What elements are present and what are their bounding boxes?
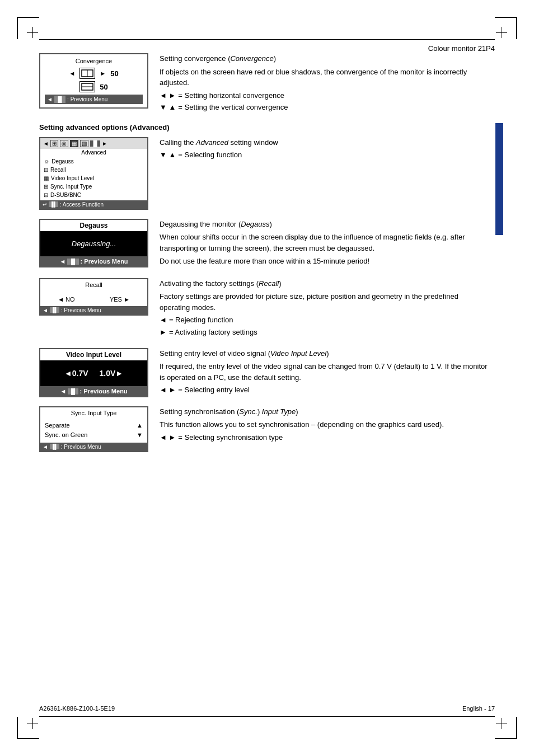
header-bar: Colour monitor 21P4 (39, 39, 495, 53)
degauss-screen-col: Degauss Degaussing... ◄ ▐▌ : Previous Me… (39, 219, 148, 267)
adv-item-icon-4: ⊞ (44, 182, 48, 191)
convergence-screen: Convergence ◄ ► 50 (39, 53, 148, 109)
degauss-screen-content: Degaussing... (40, 231, 147, 256)
degauss-screen-title: Degauss (40, 220, 147, 231)
adv-menu-list: ☺ Degauss ⊟ Recall ▦ Video Input Level (40, 156, 147, 200)
conv-row-horizontal: ◄ ► 50 (45, 68, 143, 79)
degauss-text-col: Degaussing the monitor (Degauss) When co… (160, 219, 489, 269)
recall-bullet-arrow-1: ◄ (160, 315, 167, 325)
convergence-heading: Setting convergence (Convergence) (160, 53, 489, 64)
sync-screen-col: Sync. Input Type Separate ▲ Sync. on Gre… (39, 406, 148, 452)
convergence-value2: 50 (100, 83, 107, 91)
conv-row-vertical: 50 (45, 81, 143, 92)
recall-no: ◄ NO (58, 296, 74, 303)
reg-mark-bl (27, 718, 38, 729)
sync-item-text-1: Separate (45, 421, 70, 431)
vil-screen-mockup: Video Input Level ◄0.7V 1.0V► ◄ ▐▌ : Pre… (39, 348, 148, 397)
conv-v-icon (79, 81, 95, 92)
sync-bullet-text-1: = Selecting synchronisation type (178, 433, 283, 443)
adv-item-recall: ⊟ Recall (44, 166, 144, 174)
vil-text-col: Setting entry level of video signal (Vid… (160, 348, 489, 397)
sync-italic2: Input Type (262, 407, 296, 416)
sync-screen-bottom: ◄ ▐▌ : Previous Menu (40, 443, 147, 451)
footer-bar: A26361-K886-Z100-1-5E19 English - 17 (39, 705, 495, 717)
recall-yes: YES ► (110, 296, 130, 303)
adv-bottom-arrow: ↵ (43, 201, 47, 208)
vil-italic: Video Input Level (270, 349, 326, 358)
prev-menu-icon: ◄ (47, 96, 53, 102)
vil-screen-col: Video Input Level ◄0.7V 1.0V► ◄ ▐▌ : Pre… (39, 348, 148, 397)
vil-bottom-icon: ▐▌ (68, 388, 78, 395)
conv-h-icon (79, 68, 95, 79)
advanced-text-col: Calling the Advanced setting window ▼ ▲ … (160, 137, 489, 162)
degauss-screen-bottom: ◄ ▐▌ : Previous Menu (40, 256, 147, 266)
adv-icon-5: ▐▌ (90, 140, 100, 147)
adv-bottom-text: : Access Function (60, 201, 104, 208)
recall-screen-mockup: Recall ◄ NO YES ► ◄ ▐▌ : Previous Menu (39, 278, 148, 316)
advanced-screen-col: ◄ ⊞ ◎ ▦ ▧ ▐▌ ► Advanced ☺ Degauss (39, 137, 148, 210)
vil-screen-title: Video Input Level (40, 349, 147, 360)
adv-icon-4: ▧ (80, 140, 88, 147)
prev-menu-text: : Previous Menu (67, 96, 107, 102)
degauss-bottom-arrow: ◄ (59, 258, 65, 265)
vil-desc: If required, the entry level of the vide… (160, 361, 489, 383)
adv-italic: Advanced (196, 138, 228, 147)
adv-forward-arrow: ► (102, 140, 107, 147)
convergence-desc: If objects on the screen have red or blu… (160, 67, 489, 88)
sync-bullet-arrow-1: ◄ ► (160, 433, 176, 443)
convergence-bullet-1: ◄ ► = Setting horizontal convergence (160, 91, 489, 101)
recall-bullet-text-1: = Rejecting function (169, 315, 233, 325)
degauss-screen-mockup: Degauss Degaussing... ◄ ▐▌ : Previous Me… (39, 219, 148, 267)
sync-heading: Setting synchronisation (Sync.) Input Ty… (160, 406, 489, 417)
recall-screen-bottom: ◄ ▐▌ : Previous Menu (40, 306, 147, 314)
main-content: Convergence ◄ ► 50 (39, 53, 489, 506)
recall-bottom-icon: ▐▌ (50, 307, 59, 313)
adv-item-icon-2: ⊟ (44, 166, 48, 174)
footer-left: A26361-K886-Z100-1-5E19 (39, 705, 115, 712)
sync-text-col: Setting synchronisation (Sync.) Input Ty… (160, 406, 489, 444)
vil-bullet-arrow-1: ◄ ► (160, 385, 176, 395)
reg-mark-tr (496, 27, 507, 38)
vil-section: Video Input Level ◄0.7V 1.0V► ◄ ▐▌ : Pre… (39, 348, 489, 397)
adv-bullet-text-1: = Selecting function (178, 150, 242, 160)
adv-item-vil: ▦ Video Input Level (44, 174, 144, 182)
sync-bottom-icon: ▐▌ (50, 444, 59, 449)
sync-bottom-text: : Previous Menu (61, 444, 101, 450)
adv-bottom-icon: ▐▌ (49, 201, 58, 207)
adv-item-text-3: Video Input Level (51, 174, 94, 182)
recall-heading: Activating the factory settings (Recall) (160, 278, 489, 289)
adv-item-text-5: D-SUB/BNC (50, 191, 81, 199)
convergence-italic: Convergence (230, 54, 273, 63)
vil-bullet-1: ◄ ► = Selecting entry level (160, 385, 489, 395)
recall-screen-row: ◄ NO YES ► (40, 293, 147, 306)
convergence-value1: 50 (110, 69, 118, 78)
vil-bottom-arrow: ◄ (60, 388, 66, 395)
adv-item-icon-3: ▦ (44, 174, 49, 182)
adv-item-icon-5: ⊟ (44, 191, 48, 199)
recall-bullet-2: ► = Activating factory settings (160, 327, 489, 337)
bullet-text-1: = Setting horizontal convergence (178, 91, 284, 101)
sync-item-1: Separate ▲ (45, 421, 143, 431)
adv-item-text-1: Degauss (51, 157, 73, 166)
sync-list: Separate ▲ Sync. on Green ▼ (40, 419, 147, 443)
convergence-bullet-2: ▼ ▲ = Setting the vertical convergence (160, 102, 489, 112)
adv-label: Advanced (40, 149, 147, 156)
adv-calling-heading: Calling the Advanced setting window (160, 137, 489, 148)
prev-menu-label: ▐▌ (54, 96, 65, 103)
conv-arrow-right: ► (100, 70, 106, 77)
bullet-text-2: = Setting the vertical convergence (178, 102, 288, 112)
vil-bullet-text-1: = Selecting entry level (178, 385, 250, 395)
footer-right: English - 17 (462, 705, 495, 712)
adv-icon-3: ▦ (70, 140, 78, 147)
sync-item-2: Sync. on Green ▼ (45, 430, 143, 440)
adv-back-arrow: ◄ (43, 140, 49, 147)
degauss-desc2: Do not use the feature more than once wi… (160, 256, 489, 267)
degauss-section: Degauss Degaussing... ◄ ▐▌ : Previous Me… (39, 219, 489, 269)
bullet-arrow-1: ◄ ► (160, 91, 176, 101)
degauss-heading: Degaussing the monitor (Degauss) (160, 219, 489, 230)
adv-bullet-1: ▼ ▲ = Selecting function (160, 150, 489, 160)
sync-screen-title: Sync. Input Type (40, 407, 147, 416)
recall-bottom-arrow: ◄ (43, 307, 48, 313)
vil-heading: Setting entry level of video signal (Vid… (160, 348, 489, 359)
vil-left: ◄0.7V (64, 369, 88, 378)
